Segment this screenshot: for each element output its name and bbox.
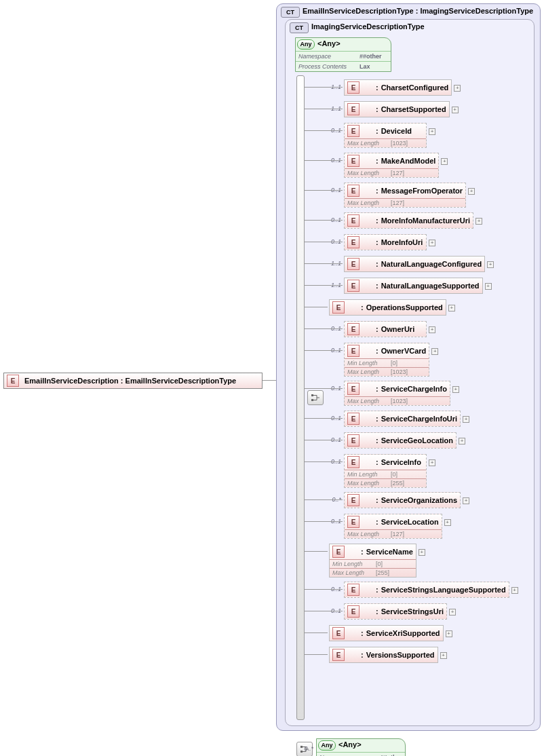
expand-icon[interactable]: +	[463, 497, 469, 504]
meta-value: [255]	[391, 480, 404, 487]
meta-key: Max Length	[347, 170, 384, 176]
ref-element[interactable]: E:OwnerUri	[344, 321, 427, 337]
element-badge-icon: E	[347, 258, 360, 270]
element-badge-icon: E	[347, 185, 360, 197]
meta-key: Max Length	[347, 140, 384, 147]
ref-element-row: 1..1E:NaturalLanguageConfigured+	[324, 256, 494, 272]
connector	[305, 109, 343, 109]
ref-element[interactable]: E:ServiceChargeInfoUri	[344, 411, 461, 427]
ref-element[interactable]: E:ServiceStringsUri	[344, 603, 447, 620]
ref-element[interactable]: E:MakeAndModelMax Length[127]	[344, 153, 439, 178]
element-badge-icon: E	[347, 236, 360, 248]
meta-value: Lax	[360, 63, 370, 70]
connector	[305, 190, 343, 191]
ref-element-row: 0..1E:MoreInfoManufacturerUri+	[324, 212, 482, 229]
expand-icon[interactable]: +	[449, 609, 456, 616]
ref-element[interactable]: E:OperationsSupported	[329, 299, 446, 316]
colon: :	[376, 260, 378, 268]
expand-icon[interactable]: +	[448, 305, 455, 311]
expand-icon[interactable]: +	[444, 519, 451, 526]
ct-badge-icon: CT	[290, 22, 309, 33]
expand-icon[interactable]: +	[429, 459, 435, 466]
any-wildcard-top[interactable]: Any<Any> Namespace##otherProcess Content…	[295, 37, 391, 72]
element-badge-icon: E	[347, 434, 360, 447]
ref-element[interactable]: E:MoreInfoUri	[344, 234, 427, 250]
element-badge-icon: E	[347, 605, 360, 618]
expand-icon[interactable]: +	[419, 549, 425, 556]
expand-icon[interactable]: +	[452, 107, 459, 113]
ref-name: ServiceChargeInfoUri	[381, 415, 457, 423]
ref-name: DeviceId	[381, 127, 412, 135]
ref-element[interactable]: E:CharsetConfigured	[344, 79, 452, 96]
ref-element-row: 0..1E:MakeAndModelMax Length[127]+	[324, 153, 448, 178]
ref-element-row: 0..1E:OwnerVCardMin Length[0]Max Length[…	[324, 343, 438, 377]
ref-element[interactable]: E:ServiceChargeInfoMax Length[1023]	[344, 381, 450, 406]
meta-value: [1023]	[391, 140, 408, 147]
ref-element[interactable]: E:MessageFromOperatorMax Length[127]	[344, 183, 466, 208]
ref-element[interactable]: E:ServiceNameMin Length[0]Max Length[255…	[329, 544, 416, 578]
expand-icon[interactable]: +	[429, 240, 435, 246]
connector	[305, 551, 328, 552]
element-badge-icon: E	[332, 546, 345, 558]
ref-name: CharsetConfigured	[381, 83, 449, 92]
ref-element[interactable]: E:DeviceIdMax Length[1023]	[344, 123, 427, 148]
expand-icon[interactable]: +	[459, 438, 465, 445]
ref-element[interactable]: E:ServiceLocationMax Length[127]	[344, 514, 442, 539]
any-label: <Any>	[316, 38, 342, 49]
ref-name: ServiceInfo	[381, 458, 421, 466]
connector	[305, 440, 343, 440]
element-badge-icon: E	[347, 383, 360, 395]
ref-element[interactable]: E:CharsetSupported	[344, 101, 450, 117]
expand-icon[interactable]: +	[485, 283, 492, 290]
ref-element[interactable]: E:ServiceXriSupported	[329, 625, 444, 641]
colon: :	[376, 127, 378, 135]
root-element[interactable]: E EmailInServiceDescription : EmailInSer…	[3, 373, 263, 389]
expand-icon[interactable]: +	[487, 261, 494, 268]
connector	[305, 285, 343, 286]
ref-element-row: 1..1E:CharsetConfigured+	[324, 79, 461, 96]
expand-icon[interactable]: +	[440, 652, 447, 659]
ref-element[interactable]: E:OwnerVCardMin Length[0]Max Length[1023…	[344, 343, 429, 377]
expand-icon[interactable]: +	[441, 158, 448, 165]
expand-icon[interactable]: +	[511, 587, 518, 594]
meta-value: [0]	[391, 360, 397, 366]
ref-element-row: 1..1E:NaturalLanguageSupported+	[324, 278, 492, 294]
colon: :	[376, 415, 378, 423]
ref-name: MoreInfoUri	[381, 238, 423, 246]
ref-element-row: 0..1E:DeviceIdMax Length[1023]+	[324, 123, 435, 148]
complextype-outer: CT EmailInServiceDescriptionType : Imagi…	[276, 3, 541, 731]
expand-icon[interactable]: +	[431, 348, 438, 355]
expand-icon[interactable]: +	[475, 218, 482, 225]
ref-element-row: 0..1E:OwnerUri+	[324, 321, 435, 337]
connector	[305, 160, 343, 161]
connector	[305, 632, 328, 633]
colon: :	[361, 548, 364, 556]
ref-element[interactable]: E:ServiceGeoLocation	[344, 432, 456, 449]
ref-element[interactable]: E:ServiceStringsLanguageSupported	[344, 582, 509, 598]
expand-icon[interactable]: +	[429, 128, 435, 135]
ref-element[interactable]: E:ServiceInfoMin Length[0]Max Length[255…	[344, 454, 427, 488]
ref-element[interactable]: E:VersionsSupported	[329, 647, 438, 663]
element-badge-icon: E	[347, 81, 360, 94]
expand-icon[interactable]: +	[429, 326, 435, 333]
expand-icon[interactable]: +	[446, 630, 452, 637]
any-wildcard-bottom[interactable]: Any<Any> Namespace##other	[316, 738, 406, 756]
connector	[305, 350, 343, 351]
ref-element[interactable]: E:NaturalLanguageConfigured	[344, 256, 485, 272]
ref-element[interactable]: E:MoreInfoManufacturerUri	[344, 212, 473, 229]
ref-name: NaturalLanguageSupported	[381, 282, 480, 290]
expand-icon[interactable]: +	[452, 386, 459, 393]
expand-icon[interactable]: +	[468, 188, 475, 195]
ref-element[interactable]: E:ServiceOrganizations	[344, 492, 461, 508]
connector	[305, 589, 343, 590]
connector	[263, 380, 276, 381]
expand-icon[interactable]: +	[463, 416, 469, 423]
ref-name: ServiceStringsUri	[381, 607, 444, 616]
sequence-compositor-icon[interactable]	[307, 390, 324, 405]
connector	[305, 654, 328, 655]
colon: :	[376, 282, 378, 290]
ref-name: OperationsSupported	[366, 303, 443, 311]
expand-icon[interactable]: +	[454, 85, 461, 92]
ref-element[interactable]: E:NaturalLanguageSupported	[344, 278, 483, 294]
connector	[305, 521, 343, 522]
